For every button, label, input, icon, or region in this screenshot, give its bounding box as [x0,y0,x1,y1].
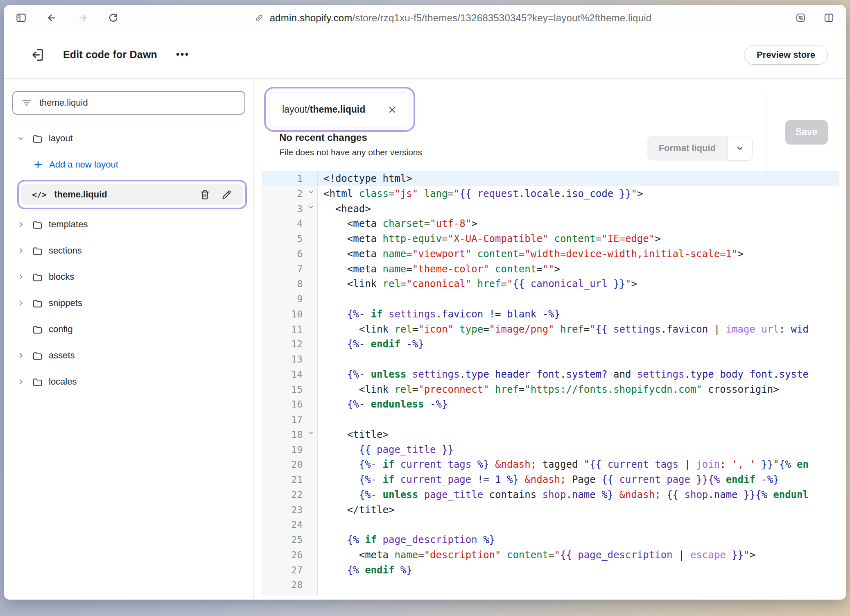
code-line[interactable]: 8 <link rel="canonical" href="{{ canonic… [262,276,839,292]
code-line[interactable]: 25 {% if page_description %} [262,532,839,548]
address-bar[interactable]: admin.shopify.com/store/rzq1xu-f5/themes… [119,12,787,24]
sidebar-item-snippets[interactable]: snippets [4,290,253,316]
code-line[interactable]: 19 {{ page_title }} [262,442,839,457]
code-line[interactable]: 6 <meta name="viewport" content="width=d… [262,247,839,262]
code-line-text: {% render 'meta-tags' %} [318,593,839,596]
folder-icon [32,245,43,256]
line-number: 19 [262,442,318,457]
file-sidebar: layout Add a new layout </> theme.liquid… [4,79,254,600]
link-icon [254,13,264,23]
panel-toggle-icon[interactable] [16,12,27,23]
fold-toggle-icon[interactable] [308,189,314,195]
editor-toolbar: layout/theme.liquid No recent changes Fi… [254,79,846,171]
code-line[interactable]: 11 <link rel="icon" type="image/png" hre… [262,322,839,337]
line-number: 3 [262,202,318,217]
line-number: 27 [262,563,318,578]
save-button[interactable]: Save [785,120,828,145]
file-tree: layout Add a new layout </> theme.liquid… [4,125,253,395]
sidebar-item-locales[interactable]: locales [4,369,253,395]
code-line-text: <link rel="icon" type="image/png" href="… [318,322,839,337]
search-input[interactable] [39,97,236,108]
code-line[interactable]: 3 <head> [262,202,839,217]
sidebar-item-theme-liquid[interactable]: </> theme.liquid [21,184,243,205]
code-line[interactable]: 1<!doctype html> [262,171,839,186]
chevron-down-icon[interactable] [16,135,26,142]
code-line[interactable]: 4 <meta charset="utf-8"> [262,216,839,231]
back-icon[interactable] [46,12,57,23]
line-number: 2 [262,186,318,202]
sidebar-item-assets[interactable]: assets [4,342,253,369]
chevron-right-icon[interactable] [16,378,26,385]
code-line[interactable]: 20 {%- if current_tags %} &ndash; tagged… [262,457,839,472]
preview-store-button[interactable]: Preview store [744,45,828,65]
delete-file-icon[interactable] [199,189,210,200]
code-line[interactable]: 16 {%- endunless -%} [262,397,839,412]
page-title: Edit code for Dawn [63,49,157,61]
fold-toggle-icon[interactable] [308,204,314,210]
line-number: 24 [262,517,318,532]
chevron-right-icon[interactable] [16,352,26,359]
selected-file-highlight-ring: </> theme.liquid [17,180,247,209]
code-line-text [318,352,839,367]
code-line-text: <head> [318,202,839,217]
code-line[interactable]: 13 [262,352,839,367]
code-line[interactable]: 14 {%- unless settings.type_header_font.… [262,367,839,382]
forward-icon[interactable] [77,12,88,23]
line-number: 8 [262,276,318,292]
line-number: 12 [262,337,318,352]
code-line[interactable]: 9 [262,292,839,307]
split-view-icon[interactable] [823,12,834,23]
tune-icon[interactable] [795,12,806,23]
chevron-right-icon[interactable] [16,247,26,254]
code-line[interactable]: 15 <link rel="preconnect" href="https://… [262,382,839,397]
code-line[interactable]: 21 {%- if current_page != 1 %} &ndash; P… [262,472,839,487]
code-line[interactable]: 26 <meta name="description" content="{{ … [262,548,839,563]
code-line[interactable]: 23 </title> [262,503,839,518]
folder-icon [32,133,43,144]
folder-icon [32,298,43,309]
sidebar-item-config[interactable]: config [4,316,253,342]
code-file-icon: </> [32,190,47,199]
code-line-text: <meta name="description" content="{{ pag… [318,548,839,563]
tab-theme-liquid[interactable]: layout/theme.liquid [269,92,410,127]
format-dropdown-button[interactable] [727,136,753,161]
code-editor[interactable]: 1<!doctype html>2<html class="js" lang="… [254,171,839,596]
exit-editor-icon[interactable] [29,47,45,63]
code-line-text: <!doctype html> [318,171,839,186]
chevron-right-icon[interactable] [16,273,26,281]
code-line[interactable]: 22 {%- unless page_title contains shop.n… [262,487,839,503]
code-line[interactable]: 5 <meta http-equiv="X-UA-Compatible" con… [262,231,839,247]
code-line[interactable]: 28 [262,578,839,593]
code-line-text: <html class="js" lang="{{ request.locale… [318,186,839,202]
code-line[interactable]: 2<html class="js" lang="{{ request.local… [262,186,839,202]
more-actions-button[interactable]: ••• [176,49,190,60]
code-line-text: <meta http-equiv="X-UA-Compatible" conte… [318,231,839,247]
code-line-text: {%- if current_page != 1 %} &ndash; Page… [318,472,839,487]
code-line[interactable]: 24 [262,517,839,532]
fold-toggle-icon[interactable] [308,430,314,436]
code-line[interactable]: 27 {% endif %} [262,563,839,578]
sidebar-item-sections[interactable]: sections [4,238,253,264]
reload-icon[interactable] [108,12,119,23]
code-line-text: <title> [318,427,839,442]
close-tab-icon[interactable] [387,105,397,115]
code-line[interactable]: 18 <title> [262,427,839,442]
code-line[interactable]: 17 [262,412,839,427]
code-line[interactable]: 7 <meta name="theme-color" content=""> [262,262,839,277]
rename-file-icon[interactable] [221,189,232,200]
line-number: 17 [262,412,318,427]
sidebar-item-templates[interactable]: templates [4,211,253,238]
line-number: 29 [262,593,318,596]
code-line-text: {{ page_title }} [318,442,839,457]
sidebar-item-layout[interactable]: layout [4,125,253,152]
chevron-right-icon[interactable] [16,221,26,228]
chevron-right-icon[interactable] [16,299,26,307]
sidebar-item-blocks[interactable]: blocks [4,264,253,290]
line-number: 20 [262,457,318,472]
add-new-layout-button[interactable]: Add a new layout [4,152,253,178]
format-liquid-button[interactable]: Format liquid [647,136,727,161]
code-line[interactable]: 29 {% render 'meta-tags' %} [262,593,839,596]
code-line[interactable]: 12 {%- endif -%} [262,337,839,352]
code-line-text: </title> [318,503,839,518]
code-line[interactable]: 10 {%- if settings.favicon != blank -%} [262,307,839,322]
